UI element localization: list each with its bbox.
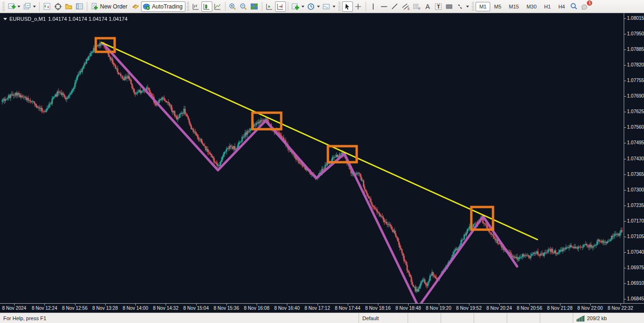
arrows-tool-button[interactable] xyxy=(455,1,470,12)
time-axis-label: 8 Nov 14:00 xyxy=(123,306,148,311)
tile-windows-button[interactable] xyxy=(249,1,260,12)
time-axis-label: 8 Nov 12:24 xyxy=(32,306,57,311)
chart-plot-area[interactable]: EURUSD_o,M1 1.04174 1.04174 1.04174 1.04… xyxy=(0,13,624,303)
line-chart-button[interactable] xyxy=(212,1,223,12)
price-axis-tick xyxy=(624,18,626,19)
navigator-button[interactable] xyxy=(63,1,74,12)
periods-button[interactable] xyxy=(306,1,321,12)
toolbar-gripper[interactable] xyxy=(187,2,189,11)
zoom-in-button[interactable] xyxy=(227,1,238,12)
price-axis-tick xyxy=(624,143,626,143)
text-label-tool-button[interactable]: T xyxy=(433,1,444,12)
profiles-icon xyxy=(23,2,31,10)
horizontal-line-tool-button[interactable] xyxy=(379,1,390,12)
zoom-out-button[interactable] xyxy=(238,1,249,12)
trendline-tool-button[interactable] xyxy=(390,1,401,12)
templates-button[interactable] xyxy=(321,1,337,12)
bar-chart-icon xyxy=(192,2,200,10)
price-axis-label: 1.08015 xyxy=(627,16,644,21)
search-button[interactable] xyxy=(569,1,579,12)
crosshair-button[interactable] xyxy=(353,1,364,12)
status-connection: 209/2 kb xyxy=(573,313,644,323)
price-axis-tick xyxy=(624,268,626,268)
time-axis[interactable]: 8 Nov 20248 Nov 12:248 Nov 12:568 Nov 13… xyxy=(0,303,644,313)
price-axis-tick xyxy=(624,299,626,299)
equidistant-channel-tool-button[interactable]: E xyxy=(401,1,411,12)
price-axis-label: 1.07235 xyxy=(627,203,644,208)
svg-text:T: T xyxy=(437,4,440,9)
toolbar-gripper[interactable] xyxy=(2,2,5,11)
toolbar-gripper[interactable] xyxy=(472,2,474,11)
terminal-button[interactable] xyxy=(74,1,85,12)
time-axis-label: 8 Nov 12:56 xyxy=(62,306,88,311)
toolbar-separator xyxy=(366,2,366,11)
price-axis-label: 1.06975 xyxy=(627,265,644,271)
rectangle-tool-button[interactable] xyxy=(444,1,455,12)
fibonacci-tool-button[interactable]: F xyxy=(411,1,422,12)
timeframe-m30-button[interactable]: M30 xyxy=(523,2,540,11)
toolbar-gripper[interactable] xyxy=(338,2,341,11)
connection-bars-icon xyxy=(577,314,585,322)
price-axis-tick xyxy=(624,237,626,237)
timeframe-h1-button[interactable]: H1 xyxy=(540,2,554,11)
new-chart-button[interactable] xyxy=(6,1,22,12)
price-axis-tick xyxy=(624,50,626,50)
market-watch-icon xyxy=(43,2,51,10)
cursor-arrow-icon xyxy=(343,2,351,10)
price-axis-label: 1.07560 xyxy=(627,124,644,130)
price-axis-tick xyxy=(624,96,626,97)
time-axis-label: 8 Nov 22:00 xyxy=(577,306,603,311)
timeframe-m5-button[interactable]: M5 xyxy=(490,2,505,11)
autotrading-button[interactable]: AutoTrading xyxy=(141,1,185,12)
new-order-label: New Order xyxy=(100,3,129,10)
search-icon xyxy=(570,2,578,10)
cursor-button[interactable] xyxy=(342,1,353,12)
new-order-button[interactable]: New Order xyxy=(89,1,130,12)
chart-shift-button[interactable] xyxy=(275,1,286,12)
candlestick-canvas[interactable] xyxy=(0,13,624,303)
timeframe-m15-button[interactable]: M15 xyxy=(505,2,523,11)
vertical-line-tool-button[interactable] xyxy=(368,1,379,12)
time-axis-label: 8 Nov 20:56 xyxy=(517,306,542,311)
chevron-down-icon xyxy=(333,6,335,8)
time-axis-label: 8 Nov 14:32 xyxy=(153,306,178,311)
auto-scroll-button[interactable] xyxy=(264,1,275,12)
tile-windows-icon xyxy=(251,2,259,10)
market-watch-button[interactable] xyxy=(42,1,52,12)
time-axis-label: 8 Nov 15:04 xyxy=(184,306,209,311)
price-axis-tick xyxy=(624,65,626,66)
profiles-button[interactable] xyxy=(22,1,37,12)
time-axis-label: 8 Nov 17:44 xyxy=(335,306,360,311)
timeframe-m1-button[interactable]: M1 xyxy=(476,2,490,11)
indicators-button[interactable] xyxy=(290,1,306,12)
price-axis-tick xyxy=(624,206,626,206)
metaeditor-button[interactable] xyxy=(130,1,141,12)
chart-window: EURUSD_o,M1 1.04174 1.04174 1.04174 1.04… xyxy=(0,13,644,313)
chart-shift-icon xyxy=(276,2,284,10)
price-axis-tick xyxy=(624,190,626,190)
time-axis-label: 8 Nov 18:16 xyxy=(365,306,391,311)
bar-chart-button[interactable] xyxy=(191,1,201,12)
time-axis-label: 8 Nov 21:28 xyxy=(547,306,573,311)
time-axis-label: 8 Nov 13:28 xyxy=(92,306,118,311)
time-axis-label: 8 Nov 18:48 xyxy=(395,306,421,311)
data-window-button[interactable] xyxy=(52,1,63,12)
time-axis-label: 8 Nov 20:24 xyxy=(486,306,512,311)
toolbar-separator xyxy=(288,2,288,11)
price-axis-tick xyxy=(624,159,626,159)
notifications-button[interactable]: 1 xyxy=(579,1,590,12)
new-chart-icon xyxy=(8,2,16,10)
price-axis-label: 1.07170 xyxy=(627,218,644,224)
status-empty-cell xyxy=(441,313,474,323)
new-order-icon xyxy=(91,2,99,10)
timeframe-h4-button[interactable]: H4 xyxy=(554,2,569,11)
time-axis-label: 8 Nov 19:20 xyxy=(426,306,452,311)
price-axis-tick xyxy=(624,81,626,81)
candlestick-chart-icon xyxy=(203,2,211,10)
status-profile[interactable]: Default xyxy=(359,313,408,323)
price-axis[interactable]: 1.080151.079501.078851.078201.077551.076… xyxy=(624,13,644,303)
candlestick-chart-button[interactable] xyxy=(201,1,212,12)
text-tool-button[interactable]: A xyxy=(422,1,433,12)
price-axis-tick xyxy=(624,34,626,34)
toolbar-separator xyxy=(87,2,87,11)
